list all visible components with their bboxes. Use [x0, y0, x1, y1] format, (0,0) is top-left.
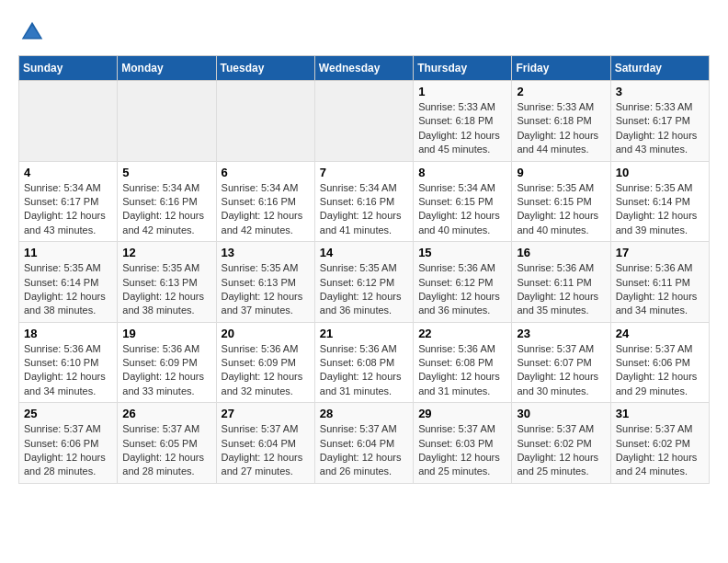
- day-number: 2: [517, 85, 605, 98]
- day-cell: [314, 81, 413, 162]
- day-cell: 15Sunrise: 5:36 AM Sunset: 6:12 PM Dayli…: [414, 242, 512, 323]
- day-cell: 26Sunrise: 5:37 AM Sunset: 6:05 PM Dayli…: [118, 403, 216, 484]
- weekday-header-monday: Monday: [118, 56, 216, 81]
- day-number: 17: [616, 246, 704, 259]
- day-cell: 9Sunrise: 5:35 AM Sunset: 6:15 PM Daylig…: [512, 161, 610, 242]
- day-info: Sunrise: 5:35 AM Sunset: 6:14 PM Dayligh…: [24, 261, 112, 318]
- week-row-2: 4Sunrise: 5:34 AM Sunset: 6:17 PM Daylig…: [19, 161, 710, 242]
- day-number: 27: [222, 407, 310, 420]
- day-number: 7: [320, 166, 408, 179]
- day-number: 9: [517, 166, 605, 179]
- day-info: Sunrise: 5:37 AM Sunset: 6:07 PM Dayligh…: [517, 342, 605, 399]
- day-info: Sunrise: 5:37 AM Sunset: 6:04 PM Dayligh…: [320, 422, 408, 479]
- day-info: Sunrise: 5:37 AM Sunset: 6:04 PM Dayligh…: [222, 422, 310, 479]
- day-number: 28: [320, 407, 408, 420]
- day-info: Sunrise: 5:37 AM Sunset: 6:06 PM Dayligh…: [616, 342, 704, 399]
- day-number: 19: [122, 327, 210, 340]
- day-cell: 20Sunrise: 5:36 AM Sunset: 6:09 PM Dayli…: [216, 322, 314, 403]
- day-info: Sunrise: 5:34 AM Sunset: 6:15 PM Dayligh…: [418, 181, 506, 238]
- day-info: Sunrise: 5:36 AM Sunset: 6:08 PM Dayligh…: [320, 342, 408, 399]
- day-number: 11: [24, 246, 112, 259]
- day-info: Sunrise: 5:33 AM Sunset: 6:18 PM Dayligh…: [517, 100, 605, 157]
- day-info: Sunrise: 5:33 AM Sunset: 6:18 PM Dayligh…: [418, 100, 506, 157]
- day-cell: [216, 81, 314, 162]
- day-cell: 5Sunrise: 5:34 AM Sunset: 6:16 PM Daylig…: [118, 161, 216, 242]
- day-cell: 7Sunrise: 5:34 AM Sunset: 6:16 PM Daylig…: [314, 161, 413, 242]
- day-cell: 24Sunrise: 5:37 AM Sunset: 6:06 PM Dayli…: [610, 322, 709, 403]
- day-info: Sunrise: 5:36 AM Sunset: 6:11 PM Dayligh…: [517, 261, 605, 318]
- day-info: Sunrise: 5:36 AM Sunset: 6:10 PM Dayligh…: [24, 342, 112, 399]
- day-number: 14: [320, 246, 408, 259]
- day-cell: 3Sunrise: 5:33 AM Sunset: 6:17 PM Daylig…: [610, 81, 709, 162]
- day-cell: 30Sunrise: 5:37 AM Sunset: 6:02 PM Dayli…: [512, 403, 610, 484]
- day-info: Sunrise: 5:37 AM Sunset: 6:05 PM Dayligh…: [122, 422, 210, 479]
- day-number: 18: [24, 327, 112, 340]
- day-cell: 27Sunrise: 5:37 AM Sunset: 6:04 PM Dayli…: [216, 403, 314, 484]
- day-cell: 29Sunrise: 5:37 AM Sunset: 6:03 PM Dayli…: [414, 403, 512, 484]
- day-number: 20: [222, 327, 310, 340]
- day-number: 24: [616, 327, 704, 340]
- day-cell: 16Sunrise: 5:36 AM Sunset: 6:11 PM Dayli…: [512, 242, 610, 323]
- day-cell: 22Sunrise: 5:36 AM Sunset: 6:08 PM Dayli…: [414, 322, 512, 403]
- day-cell: 28Sunrise: 5:37 AM Sunset: 6:04 PM Dayli…: [314, 403, 413, 484]
- day-info: Sunrise: 5:34 AM Sunset: 6:16 PM Dayligh…: [122, 181, 210, 238]
- day-cell: 6Sunrise: 5:34 AM Sunset: 6:16 PM Daylig…: [216, 161, 314, 242]
- day-info: Sunrise: 5:34 AM Sunset: 6:17 PM Dayligh…: [24, 181, 112, 238]
- page-header: [18, 18, 710, 46]
- day-cell: 13Sunrise: 5:35 AM Sunset: 6:13 PM Dayli…: [216, 242, 314, 323]
- day-cell: 10Sunrise: 5:35 AM Sunset: 6:14 PM Dayli…: [610, 161, 709, 242]
- day-number: 30: [517, 407, 605, 420]
- day-cell: [19, 81, 118, 162]
- weekday-header-row: SundayMondayTuesdayWednesdayThursdayFrid…: [19, 56, 710, 81]
- weekday-header-friday: Friday: [512, 56, 610, 81]
- day-number: 1: [418, 85, 506, 98]
- day-number: 21: [320, 327, 408, 340]
- week-row-4: 18Sunrise: 5:36 AM Sunset: 6:10 PM Dayli…: [19, 322, 710, 403]
- day-cell: 25Sunrise: 5:37 AM Sunset: 6:06 PM Dayli…: [19, 403, 118, 484]
- week-row-5: 25Sunrise: 5:37 AM Sunset: 6:06 PM Dayli…: [19, 403, 710, 484]
- day-number: 10: [616, 166, 704, 179]
- weekday-header-wednesday: Wednesday: [314, 56, 413, 81]
- day-info: Sunrise: 5:34 AM Sunset: 6:16 PM Dayligh…: [320, 181, 408, 238]
- day-number: 6: [222, 166, 310, 179]
- day-info: Sunrise: 5:36 AM Sunset: 6:12 PM Dayligh…: [418, 261, 506, 318]
- day-cell: 23Sunrise: 5:37 AM Sunset: 6:07 PM Dayli…: [512, 322, 610, 403]
- weekday-header-saturday: Saturday: [610, 56, 709, 81]
- weekday-header-sunday: Sunday: [19, 56, 118, 81]
- day-number: 5: [122, 166, 210, 179]
- day-info: Sunrise: 5:37 AM Sunset: 6:02 PM Dayligh…: [616, 422, 704, 479]
- day-number: 12: [122, 246, 210, 259]
- day-cell: 17Sunrise: 5:36 AM Sunset: 6:11 PM Dayli…: [610, 242, 709, 323]
- day-number: 29: [418, 407, 506, 420]
- day-cell: 12Sunrise: 5:35 AM Sunset: 6:13 PM Dayli…: [118, 242, 216, 323]
- day-info: Sunrise: 5:34 AM Sunset: 6:16 PM Dayligh…: [222, 181, 310, 238]
- day-number: 31: [616, 407, 704, 420]
- day-number: 15: [418, 246, 506, 259]
- day-number: 4: [24, 166, 112, 179]
- day-number: 13: [222, 246, 310, 259]
- day-cell: 18Sunrise: 5:36 AM Sunset: 6:10 PM Dayli…: [19, 322, 118, 403]
- logo: [18, 18, 50, 46]
- logo-icon: [18, 18, 46, 46]
- day-number: 8: [418, 166, 506, 179]
- day-number: 3: [616, 85, 704, 98]
- day-cell: 21Sunrise: 5:36 AM Sunset: 6:08 PM Dayli…: [314, 322, 413, 403]
- weekday-header-thursday: Thursday: [414, 56, 512, 81]
- day-info: Sunrise: 5:35 AM Sunset: 6:13 PM Dayligh…: [222, 261, 310, 318]
- day-info: Sunrise: 5:35 AM Sunset: 6:15 PM Dayligh…: [517, 181, 605, 238]
- day-info: Sunrise: 5:36 AM Sunset: 6:09 PM Dayligh…: [222, 342, 310, 399]
- day-cell: 31Sunrise: 5:37 AM Sunset: 6:02 PM Dayli…: [610, 403, 709, 484]
- day-info: Sunrise: 5:35 AM Sunset: 6:13 PM Dayligh…: [122, 261, 210, 318]
- day-number: 26: [122, 407, 210, 420]
- day-info: Sunrise: 5:36 AM Sunset: 6:11 PM Dayligh…: [616, 261, 704, 318]
- day-cell: 2Sunrise: 5:33 AM Sunset: 6:18 PM Daylig…: [512, 81, 610, 162]
- day-cell: [118, 81, 216, 162]
- day-number: 23: [517, 327, 605, 340]
- day-info: Sunrise: 5:36 AM Sunset: 6:09 PM Dayligh…: [122, 342, 210, 399]
- day-info: Sunrise: 5:37 AM Sunset: 6:06 PM Dayligh…: [24, 422, 112, 479]
- day-info: Sunrise: 5:37 AM Sunset: 6:03 PM Dayligh…: [418, 422, 506, 479]
- calendar-table: SundayMondayTuesdayWednesdayThursdayFrid…: [18, 55, 710, 484]
- week-row-1: 1Sunrise: 5:33 AM Sunset: 6:18 PM Daylig…: [19, 81, 710, 162]
- day-info: Sunrise: 5:35 AM Sunset: 6:14 PM Dayligh…: [616, 181, 704, 238]
- day-cell: 1Sunrise: 5:33 AM Sunset: 6:18 PM Daylig…: [414, 81, 512, 162]
